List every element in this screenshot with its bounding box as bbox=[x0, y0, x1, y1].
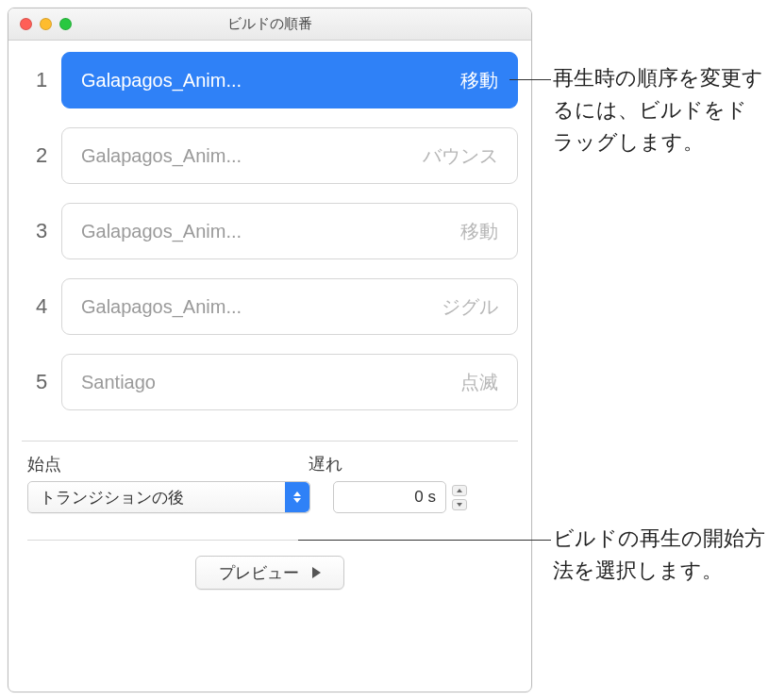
build-item-effect: 点滅 bbox=[460, 370, 498, 395]
control-row: トランジションの後 bbox=[27, 481, 512, 513]
build-item[interactable]: Santiago点滅 bbox=[61, 354, 518, 410]
build-item-name: Santiago bbox=[81, 372, 156, 393]
window-title: ビルドの順番 bbox=[8, 15, 531, 33]
zoom-icon[interactable] bbox=[59, 18, 72, 30]
build-row: 5Santiago点滅 bbox=[22, 354, 518, 410]
preview-button[interactable]: プレビュー bbox=[195, 556, 344, 590]
build-index: 1 bbox=[22, 68, 61, 92]
build-row: 1Galapagos_Anim...移動 bbox=[22, 52, 518, 108]
callout-line bbox=[509, 79, 551, 80]
minimize-icon[interactable] bbox=[40, 18, 52, 30]
build-item[interactable]: Galapagos_Anim...バウンス bbox=[61, 127, 518, 184]
delay-label: 遅れ bbox=[309, 453, 512, 475]
build-item-name: Galapagos_Anim... bbox=[81, 221, 242, 242]
stepper-up-icon[interactable] bbox=[452, 485, 467, 496]
build-item-name: Galapagos_Anim... bbox=[81, 70, 242, 92]
build-item-effect: バウンス bbox=[423, 143, 498, 169]
build-item[interactable]: Galapagos_Anim...移動 bbox=[61, 203, 518, 259]
build-index: 5 bbox=[22, 370, 61, 394]
start-popup[interactable]: トランジションの後 bbox=[27, 481, 310, 513]
build-item-effect: 移動 bbox=[460, 219, 498, 244]
stepper-down-icon[interactable] bbox=[452, 499, 467, 510]
preview-button-label: プレビュー bbox=[219, 562, 299, 584]
build-order-window: ビルドの順番 1Galapagos_Anim...移動2Galapagos_An… bbox=[8, 8, 532, 692]
build-item-name: Galapagos_Anim... bbox=[81, 296, 242, 318]
delay-control bbox=[333, 481, 467, 513]
traffic-lights bbox=[20, 18, 72, 30]
start-label: 始点 bbox=[27, 453, 309, 475]
build-item-effect: 移動 bbox=[460, 68, 498, 93]
preview-row: プレビュー bbox=[8, 541, 531, 607]
controls-section: 始点 遅れ トランジションの後 bbox=[8, 442, 531, 521]
delay-field[interactable] bbox=[333, 481, 446, 513]
play-icon bbox=[312, 567, 321, 578]
start-popup-value: トランジションの後 bbox=[28, 487, 184, 508]
build-item-name: Galapagos_Anim... bbox=[81, 145, 242, 167]
build-item-effect: ジグル bbox=[442, 294, 498, 320]
titlebar: ビルドの順番 bbox=[8, 8, 531, 41]
build-list: 1Galapagos_Anim...移動2Galapagos_Anim...バウ… bbox=[8, 41, 531, 437]
callout-line bbox=[298, 540, 551, 541]
build-row: 2Galapagos_Anim...バウンス bbox=[22, 127, 518, 184]
build-item[interactable]: Galapagos_Anim...ジグル bbox=[61, 278, 518, 335]
callout-start-method: ビルドの再生の開始方法を選択します。 bbox=[553, 523, 768, 587]
build-index: 3 bbox=[22, 219, 61, 243]
control-labels: 始点 遅れ bbox=[27, 453, 512, 475]
build-row: 3Galapagos_Anim...移動 bbox=[22, 203, 518, 259]
callout-drag-order: 再生時の順序を変更するには、ビルドをドラッグします。 bbox=[553, 62, 768, 158]
popup-arrows-icon bbox=[285, 482, 309, 512]
delay-stepper bbox=[452, 485, 467, 510]
close-icon[interactable] bbox=[20, 18, 32, 30]
build-index: 4 bbox=[22, 294, 61, 319]
build-item[interactable]: Galapagos_Anim...移動 bbox=[61, 52, 518, 108]
build-index: 2 bbox=[22, 143, 61, 168]
build-row: 4Galapagos_Anim...ジグル bbox=[22, 278, 518, 335]
